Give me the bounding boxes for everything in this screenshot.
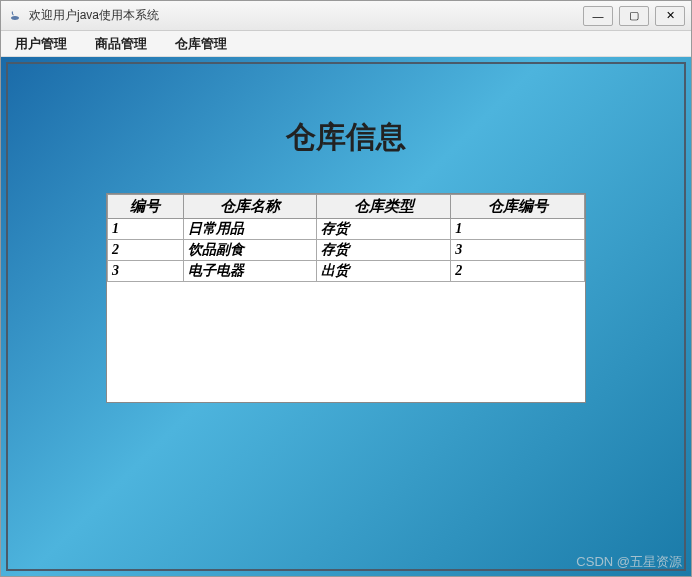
cell[interactable]: 存货 xyxy=(317,219,451,240)
col-type[interactable]: 仓库类型 xyxy=(317,195,451,219)
cell[interactable]: 3 xyxy=(108,261,184,282)
cell[interactable]: 出货 xyxy=(317,261,451,282)
close-button[interactable]: ✕ xyxy=(655,6,685,26)
cell[interactable]: 1 xyxy=(108,219,184,240)
cell[interactable]: 2 xyxy=(451,261,585,282)
app-window: 欢迎用户java使用本系统 — ▢ ✕ 用户管理 商品管理 仓库管理 仓库信息 … xyxy=(0,0,692,577)
menu-user-management[interactable]: 用户管理 xyxy=(11,33,71,55)
table-row[interactable]: 1 日常用品 存货 1 xyxy=(108,219,585,240)
col-name[interactable]: 仓库名称 xyxy=(183,195,317,219)
cell[interactable]: 存货 xyxy=(317,240,451,261)
watermark: CSDN @五星资源 xyxy=(576,553,682,571)
cell[interactable]: 1 xyxy=(451,219,585,240)
table-row[interactable]: 2 饮品副食 存货 3 xyxy=(108,240,585,261)
cell[interactable]: 饮品副食 xyxy=(183,240,317,261)
window-controls: — ▢ ✕ xyxy=(583,6,685,26)
menubar: 用户管理 商品管理 仓库管理 xyxy=(1,31,691,57)
minimize-button[interactable]: — xyxy=(583,6,613,26)
table-container: 编号 仓库名称 仓库类型 仓库编号 1 日常用品 存货 1 2 xyxy=(106,193,586,403)
java-icon xyxy=(7,8,23,24)
cell[interactable]: 电子电器 xyxy=(183,261,317,282)
table-row[interactable]: 3 电子电器 出货 2 xyxy=(108,261,585,282)
menu-product-management[interactable]: 商品管理 xyxy=(91,33,151,55)
maximize-button[interactable]: ▢ xyxy=(619,6,649,26)
cell[interactable]: 3 xyxy=(451,240,585,261)
cell[interactable]: 日常用品 xyxy=(183,219,317,240)
content-area: 仓库信息 编号 仓库名称 仓库类型 仓库编号 1 日常用品 存货 xyxy=(1,57,691,576)
cell[interactable]: 2 xyxy=(108,240,184,261)
window-title: 欢迎用户java使用本系统 xyxy=(29,7,583,24)
table-header-row: 编号 仓库名称 仓库类型 仓库编号 xyxy=(108,195,585,219)
titlebar: 欢迎用户java使用本系统 — ▢ ✕ xyxy=(1,1,691,31)
warehouse-table: 编号 仓库名称 仓库类型 仓库编号 1 日常用品 存货 1 2 xyxy=(107,194,585,282)
page-title: 仓库信息 xyxy=(286,117,406,158)
col-id[interactable]: 编号 xyxy=(108,195,184,219)
col-code[interactable]: 仓库编号 xyxy=(451,195,585,219)
menu-warehouse-management[interactable]: 仓库管理 xyxy=(171,33,231,55)
